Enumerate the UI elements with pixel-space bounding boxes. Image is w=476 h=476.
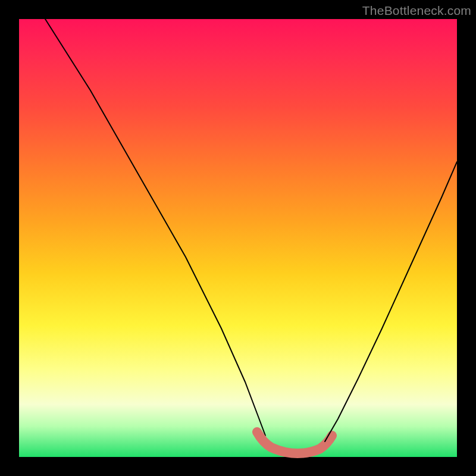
chart-frame: TheBottleneck.com (0, 0, 476, 476)
curve-right-branch (325, 162, 457, 441)
watermark-text: TheBottleneck.com (362, 4, 471, 18)
curve-left-branch (45, 19, 265, 436)
curve-group (45, 19, 457, 453)
bottleneck-curve (19, 19, 457, 457)
curve-valley-highlight (257, 432, 332, 453)
